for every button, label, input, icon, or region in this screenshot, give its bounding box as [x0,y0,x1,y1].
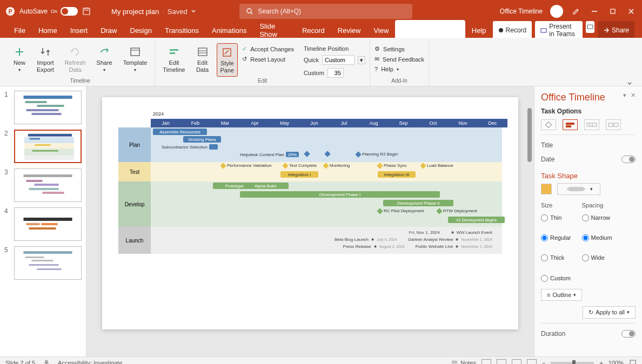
new-button[interactable]: New▾ [10,43,29,75]
title-row[interactable]: Title [541,138,636,152]
milestone-phase-sync[interactable]: Phase Sync [378,163,407,168]
thumbnail-5[interactable]: 5 [4,246,82,280]
milestone-perf[interactable]: Performance Validation [221,163,272,168]
milestone-rtw[interactable]: RTW Deployment [437,208,477,213]
tab-animations[interactable]: Animations [205,24,253,37]
task-helpdesk[interactable]: Helpdesk Content Plan25% [240,152,299,157]
normal-view-icon[interactable] [482,359,491,365]
milestone-public[interactable]: Public Website Live★November 1, 2024 [416,244,492,249]
outline-dropdown[interactable]: ≡Outline▾ [541,289,582,301]
tab-view[interactable]: View [367,24,395,37]
avatar[interactable] [550,5,563,18]
quick-select[interactable] [322,55,355,65]
zoom-in-icon[interactable]: + [599,360,603,365]
tab-home[interactable]: Home [32,24,64,37]
edit-data-button[interactable]: Edit Data [193,43,212,76]
tab-file[interactable]: File [8,24,32,37]
present-teams-button[interactable]: Present in Teams [535,21,583,39]
send-feedback-button[interactable]: ✉Send Feedback [374,56,424,63]
task-prototype[interactable]: Prototype [225,184,244,188]
pencil-icon[interactable] [571,6,581,17]
tab-draw[interactable]: Draw [94,24,123,37]
radio-medium[interactable]: Medium [582,233,612,243]
radio-narrow[interactable]: Narrow [582,213,612,223]
milestone-test-complete[interactable]: Test Complete [283,163,317,168]
task-alpha[interactable]: Alpha Build [255,184,276,188]
slideshow-view-icon[interactable] [527,359,537,365]
milestone-beta[interactable]: Beta Blog Launch★July 4, 2024 [335,237,397,242]
style-pane-button[interactable]: Style Pane [217,43,238,77]
notes-button[interactable]: Notes [451,360,476,365]
apply-to-all-button[interactable]: ↻Apply to all▾ [583,306,636,319]
thumbnail-4[interactable]: 4 [4,207,82,241]
milestone-monitoring[interactable]: Monitoring [324,163,350,168]
sorter-view-icon[interactable] [497,359,506,365]
task-shape-select[interactable]: ▾ [557,183,600,195]
thumbnail-3[interactable]: 3 [4,168,82,202]
search-input[interactable]: Search (Alt+Q) [239,4,412,19]
document-title[interactable]: My project plan · Saved [111,8,196,16]
help-button[interactable]: ?Help▾ [374,66,424,72]
tab-design[interactable]: Design [124,24,158,37]
fit-to-window-icon[interactable] [629,359,637,365]
vertical-scrollbar[interactable] [527,108,532,162]
task-color-swatch[interactable] [541,184,552,194]
chevron-down-icon[interactable] [191,9,196,14]
settings-button[interactable]: ⚙Settings [374,45,424,52]
radio-thick[interactable]: Thick [541,253,571,263]
accessibility-icon[interactable] [43,359,50,365]
panel-close-icon[interactable]: ✕ [631,92,636,103]
thumbnail-2[interactable]: 2 [4,130,82,163]
panel-menu-icon[interactable]: ▾ [623,92,626,103]
template-button[interactable]: Template▾ [120,43,151,75]
slide-canvas[interactable]: 2024 JanFebMarAprMayJunJulAugSepOctNovDe… [86,86,534,356]
radio-regular[interactable]: Regular [541,233,571,243]
tab-review[interactable]: Review [331,24,367,37]
date-toggle[interactable] [621,156,636,163]
radio-wide[interactable]: Wide [582,253,612,263]
share-timeline-button[interactable]: Share▾ [93,43,115,75]
task-dev-phase-2[interactable]: Development Phase II [383,200,453,206]
quick-dropdown[interactable]: ▾ [358,56,365,64]
zoom-slider[interactable] [551,362,594,364]
milestone-rc-pilot[interactable]: RC Pilot Deployment [378,208,424,213]
accept-changes-button[interactable]: ✓Accept Changes [242,45,294,52]
refresh-data-button[interactable]: Refresh Data [62,43,89,76]
milestone-press[interactable]: Press Release★August 2, 2024 [343,244,405,249]
save-icon[interactable] [82,7,91,16]
import-export-button[interactable]: Import Export [34,43,57,76]
milestone-gartner[interactable]: Gartner Analyst Review★November 1, 2024 [408,237,492,242]
shape-diamond[interactable] [541,119,556,130]
accessibility-status[interactable]: Accessibility: Investigate [58,360,122,365]
custom-input[interactable] [327,68,344,78]
milestone-planning-r2[interactable]: Planning R2 Begin [356,152,398,157]
tab-insert[interactable]: Insert [64,24,95,37]
autosave-toggle[interactable]: AutoSave On [19,7,78,16]
radio-custom-size[interactable]: Custom [541,273,571,284]
record-button[interactable]: Record [493,21,532,39]
task-integration-3[interactable]: Integration III [378,171,416,178]
milestone-ww-launch[interactable]: ★WW Launch Event [451,230,492,235]
restore-icon[interactable] [607,6,618,17]
reading-view-icon[interactable] [512,359,521,365]
task-v2[interactable]: V2 Development Begins [448,217,505,223]
shape-bar-selected[interactable] [563,119,578,130]
tab-help[interactable]: Help [465,24,493,37]
minimize-icon[interactable] [589,6,600,17]
tab-record[interactable]: Record [296,24,331,37]
milestone-load-balance[interactable]: Load Balance [421,163,453,168]
shape-split[interactable] [606,119,621,130]
share-button[interactable]: Share [598,21,634,39]
shape-progress[interactable] [584,119,599,130]
zoom-out-icon[interactable]: − [542,360,545,365]
edit-timeline-button[interactable]: Edit Timeline [159,43,188,76]
zoom-percent[interactable]: 100% [608,360,624,365]
task-working[interactable]: Working Plans [183,136,221,143]
autosave-switch[interactable] [61,7,78,16]
task-dev-phase-1[interactable]: Development Phase I [240,191,440,198]
reset-layout-button[interactable]: ↺Reset Layout [242,56,294,63]
slide-counter[interactable]: Slide 2 of 5 [5,360,35,365]
task-integration-1[interactable]: Integration I [280,171,318,178]
task-assemble[interactable]: Assemble Resources [153,129,207,135]
radio-thin[interactable]: Thin [541,213,571,223]
